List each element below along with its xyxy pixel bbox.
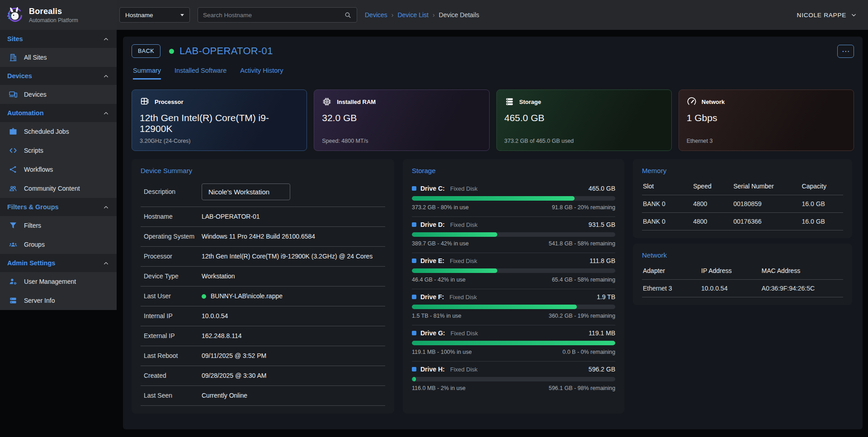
drive-usage-bar [412,305,615,309]
breadcrumb-devices[interactable]: Devices [365,11,387,19]
sidebar-item-label: Scripts [24,147,43,154]
sidebar-item-devices[interactable]: Devices [0,85,117,104]
drive-icon [412,331,416,335]
rabbit-logo-icon [6,6,24,24]
drive-used-text: 373.2 GB - 80% in use [412,204,469,211]
drive-usage-bar [412,341,615,345]
hostname-filter-select[interactable]: Hostname [119,7,190,23]
more-actions-button[interactable]: ⋯ [837,45,854,58]
storage-card: Storage 465.0 GB 373.2 GB of 465.0 GB us… [496,89,672,151]
groups-icon [9,240,18,249]
column-header: Slot [642,181,692,195]
section-label: Filters & Groups [7,203,59,211]
drive-row-e: Drive E: Fixed Disk 111.8 GB 46.4 GB - 4… [412,253,615,289]
sidebar-item-label: Groups [24,241,45,248]
summary-row-processor: Processor 12th Gen Intel(R) Core(TM) i9-… [141,247,385,267]
app-root: Borealis Automation Platform Sites All S… [0,0,868,437]
breadcrumb-device-list[interactable]: Device List [397,11,428,19]
brand-name: Borealis [29,7,78,16]
sidebar-item-scheduled-jobs[interactable]: Scheduled Jobs [0,122,117,141]
sidebar-item-groups[interactable]: Groups [0,235,117,254]
online-status-dot [169,49,174,54]
sidebar-item-filters[interactable]: Filters [0,216,117,235]
sidebar-section-automation[interactable]: Automation [0,104,117,122]
sidebar-item-label: Server Info [24,297,55,304]
sidebar-item-scripts[interactable]: Scripts [0,141,117,160]
drive-usage-bar [412,268,615,273]
sidebar-item-label: Workflows [24,166,53,173]
back-button[interactable]: BACK [132,44,160,58]
drive-remaining-text: 360.2 GB - 19% remaining [549,313,615,319]
card-value: 1 Gbps [687,113,846,123]
card-value: 32.0 GB [322,113,481,123]
chevron-down-icon [850,12,857,19]
drive-icon [412,222,416,227]
device-header: BACK LAB-OPERATOR-01 ⋯ [132,44,854,58]
speedometer-icon [687,97,697,107]
sidebar-item-label: Devices [24,91,47,98]
sidebar-item-community-content[interactable]: Community Content [0,179,117,198]
tab-activity-history[interactable]: Activity History [240,67,283,80]
table-row: BANK 0 4800 00180859 16.0 GB [642,195,843,213]
storage-stack-icon [505,97,514,107]
sidebar-item-user-management[interactable]: User Management [0,272,117,291]
sidebar-item-label: All Sites [24,54,47,61]
summary-row-external-ip: External IP 162.248.8.114 [141,326,385,346]
sidebar-section-filters-groups[interactable]: Filters & Groups [0,198,117,216]
section-label: Devices [7,72,32,80]
section-label: Automation [7,109,44,117]
chevron-up-icon [103,110,109,117]
column-header: Adapter [642,265,700,280]
description-input[interactable] [202,183,290,200]
card-title: Storage [519,99,541,105]
drive-usage-bar [412,232,615,237]
section-label: Sites [7,35,23,42]
cpu-icon [140,97,150,107]
user-menu[interactable]: NICOLE RAPPE [797,12,857,19]
panel-title: Network [642,251,843,259]
drive-remaining-text: 541.8 GB - 58% remaining [549,240,615,247]
breadcrumb-device-details: Device Details [439,11,479,19]
storage-panel: Storage Drive C: Fixed Disk 465.0 GB 373… [403,159,624,414]
user-gear-icon [9,277,18,286]
breadcrumb-separator [433,11,435,19]
search-input[interactable] [203,12,344,19]
sidebar-section-sites[interactable]: Sites [0,30,117,48]
chevron-up-icon [103,36,109,42]
network-table: Adapter IP Address MAC Address Ethernet … [642,265,843,297]
main-area: Hostname Devices Device List Device Deta… [117,0,868,437]
section-label: Admin Settings [7,259,55,267]
sidebar-section-admin-settings[interactable]: Admin Settings [0,254,117,272]
sidebar-section-devices[interactable]: Devices [0,67,117,85]
summary-row-operating-system: Operating System Windows 11 Pro 24H2 Bui… [141,227,385,247]
sidebar-item-all-sites[interactable]: All Sites [0,48,117,67]
topbar: Hostname Devices Device List Device Deta… [117,0,868,30]
brand-subtitle: Automation Platform [29,17,78,23]
tab-summary[interactable]: Summary [133,67,161,80]
drive-row-g: Drive G: Fixed Disk 119.1 MB 119.1 MB - … [412,325,615,361]
breadcrumb: Devices Device List Device Details [365,11,479,19]
sidebar-item-label: User Management [24,278,76,285]
device-name-title: LAB-OPERATOR-01 [179,45,273,57]
sidebar-item-server-info[interactable]: Server Info [0,291,117,310]
workflow-icon [9,165,18,174]
column-header: IP Address [700,265,761,280]
card-subtitle: 3.20GHz (24-Cores) [140,138,299,144]
summary-row-device-type: Device Type Workstation [141,267,385,287]
sidebar-item-workflows[interactable]: Workflows [0,160,117,179]
detail-columns: Device Summary Description Hostname LAB-… [132,159,854,414]
column-header: Serial Number [732,181,801,195]
device-tabs: Summary Installed Software Activity Hist… [132,67,854,80]
search-icon [344,11,352,19]
drive-icon [412,258,416,263]
column-header: Capacity [801,181,843,195]
drive-row-d: Drive D: Fixed Disk 931.5 GB 389.7 GB - … [412,216,615,253]
tab-installed-software[interactable]: Installed Software [175,67,226,80]
drive-row-c: Drive C: Fixed Disk 465.0 GB 373.2 GB - … [412,181,615,216]
building-icon [9,53,18,62]
brand[interactable]: Borealis Automation Platform [0,0,117,30]
drive-remaining-text: 0.0 B - 0% remaining [562,349,615,355]
drive-used-text: 116.0 MB - 2% in use [412,385,466,391]
sidebar-item-label: Community Content [24,185,80,192]
drive-used-text: 389.7 GB - 42% in use [412,240,469,247]
